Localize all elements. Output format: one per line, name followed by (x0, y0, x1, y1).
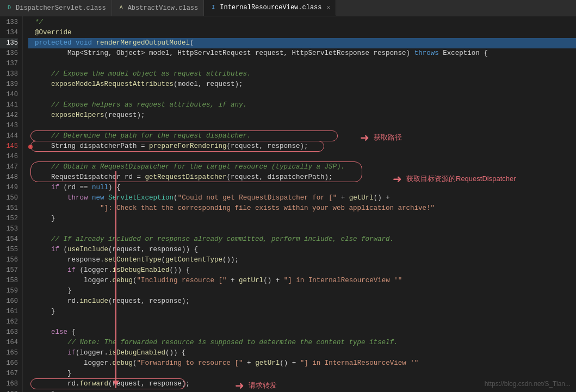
internal-icon: I (209, 4, 217, 11)
code-line-134: @Override (28, 28, 576, 38)
line-number-166: 166 (0, 358, 18, 369)
code-line-143 (28, 121, 576, 131)
tab-abstract[interactable]: A AbstractView.class (112, 0, 205, 16)
code-line-163: else { (28, 327, 576, 338)
code-line-165: if(logger.isDebugEnabled()) { (28, 348, 576, 358)
code-line-136: Map<String, Object> model, HttpServletRe… (28, 48, 576, 59)
tab-internal-label: InternalResourceView.class (220, 4, 321, 11)
code-line-162 (28, 317, 576, 327)
line-number-149: 149 (0, 183, 18, 193)
tab-bar: D DispatcherServlet.class A AbstractView… (0, 0, 576, 16)
code-line-154: // If already included or response alrea… (28, 234, 576, 245)
line-number-153: 153 (0, 224, 18, 234)
dispatcher-icon: D (5, 4, 13, 12)
line-number-159: 159 (0, 286, 18, 296)
line-number-154: 154 (0, 234, 18, 245)
code-line-146 (28, 152, 576, 162)
line-number-160: 160 (0, 296, 18, 307)
code-line-159: } (28, 286, 576, 296)
code-line-144: // Determine the path for the request di… (28, 131, 576, 141)
arrow-right-icon2: ➜ (393, 172, 402, 185)
line-number-161: 161 (0, 307, 18, 317)
get-path-text: 获取路径 (374, 133, 402, 142)
line-number-155: 155 (0, 245, 18, 255)
line-number-144: 144 (0, 131, 18, 141)
get-dispatcher-annotation: ➜ 获取目标资源的RequestDispatcher (393, 172, 516, 185)
code-line-167: } (28, 369, 576, 379)
code-line-152: } (28, 214, 576, 224)
get-dispatcher-text: 获取目标资源的RequestDispatcher (406, 174, 516, 184)
line-number-167: 167 (0, 369, 18, 379)
code-line-156: response.setContentType(getContentType()… (28, 255, 576, 265)
code-line-161: } (28, 307, 576, 317)
get-path-annotation: ➜ 获取路径 (360, 131, 402, 144)
code-line-151: "]: Check that the corresponding file ex… (28, 203, 576, 214)
tab-dispatcher[interactable]: D DispatcherServlet.class (0, 0, 112, 16)
code-line-150: throw new ServletException("Could not ge… (28, 193, 576, 203)
code-line-139: exposeModelAsRequestAttributes(model, re… (28, 79, 576, 90)
line-number-139: 139 (0, 79, 18, 90)
code-line-164: // Note: The forwarded resource is suppo… (28, 338, 576, 348)
code-line-166: logger.debug("Forwarding to resource [" … (28, 358, 576, 369)
line-number-158: 158 (0, 276, 18, 286)
code-line-147: // Obtain a RequestDispatcher for the ta… (28, 162, 576, 172)
line-number-136: 136 (0, 48, 18, 59)
line-number-137: 137 (0, 59, 18, 69)
line-number-163: 163 (0, 327, 18, 338)
code-line-137 (28, 59, 576, 69)
abstract-icon: A (117, 4, 125, 12)
code-line-157: if (logger.isDebugEnabled()) { (28, 265, 576, 276)
code-line-142: exposeHelpers(request); (28, 110, 576, 121)
line-number-156: 156 (0, 255, 18, 265)
close-icon[interactable]: ✕ (327, 4, 331, 11)
line-number-164: 164 (0, 338, 18, 348)
breakpoint-dot-145 (28, 145, 33, 149)
line-number-157: 157 (0, 265, 18, 276)
line-number-152: 152 (0, 214, 18, 224)
line-number-168: 168 (0, 379, 18, 389)
request-forward-annotation: ➜ 请求转发 (235, 379, 277, 392)
code-line-160: rd.include(request, response); (28, 296, 576, 307)
line-number-150: 150 (0, 193, 18, 203)
tab-internal[interactable]: I InternalResourceView.class ✕ (204, 0, 336, 16)
code-line-135: protected void renderMergedOutputModel( (28, 38, 576, 48)
line-number-140: 140 (0, 90, 18, 100)
code-line-138: // Expose the model object as request at… (28, 69, 576, 79)
line-number-138: 138 (0, 69, 18, 79)
editor: 1331341351361371381391401411421431441451… (0, 16, 576, 392)
request-forward-text: 请求转发 (249, 381, 277, 390)
line-number-145: 145 (0, 141, 18, 152)
line-number-141: 141 (0, 100, 18, 110)
line-number-142: 142 (0, 110, 18, 121)
code-line-140 (28, 90, 576, 100)
line-number-135: 135 (0, 38, 18, 48)
line-number-146: 146 (0, 152, 18, 162)
tab-abstract-label: AbstractView.class (128, 4, 199, 12)
code-line-158: logger.debug("Including resource [" + ge… (28, 276, 576, 286)
line-number-151: 151 (0, 203, 18, 214)
line-number-169: 169 (0, 389, 18, 392)
line-numbers-gutter: 1331341351361371381391401411421431441451… (0, 16, 23, 392)
code-line-145: String dispatcherPath = prepareForRender… (28, 141, 576, 152)
arrow-right-icon3: ➜ (235, 379, 244, 392)
line-number-147: 147 (0, 162, 18, 172)
line-number-143: 143 (0, 121, 18, 131)
tab-dispatcher-label: DispatcherServlet.class (16, 4, 106, 12)
line-number-162: 162 (0, 317, 18, 327)
arrow-right-icon: ➜ (360, 131, 369, 144)
code-line-155: if (useInclude(request, response)) { (28, 245, 576, 255)
watermark: https://blog.csdn.net/S_Tian... (485, 380, 571, 388)
line-number-165: 165 (0, 348, 18, 358)
code-line-141: // Expose helpers as request attributes,… (28, 100, 576, 110)
code-line-169: } (28, 389, 576, 392)
code-content[interactable]: */@Overrideprotected void renderMergedOu… (23, 16, 576, 392)
code-line-133: */ (28, 17, 576, 28)
line-number-134: 134 (0, 28, 18, 38)
line-number-148: 148 (0, 172, 18, 183)
code-line-153 (28, 224, 576, 234)
line-number-133: 133 (0, 17, 18, 28)
